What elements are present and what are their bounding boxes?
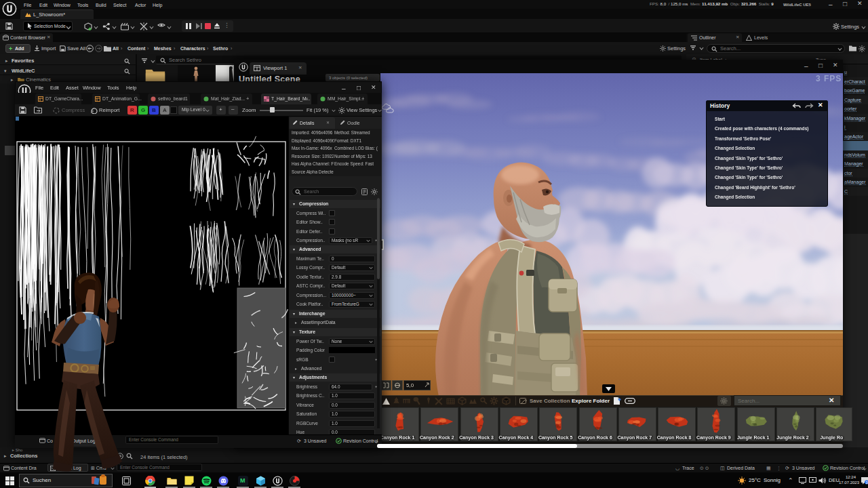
svg-text:3: 3 [865,481,868,485]
